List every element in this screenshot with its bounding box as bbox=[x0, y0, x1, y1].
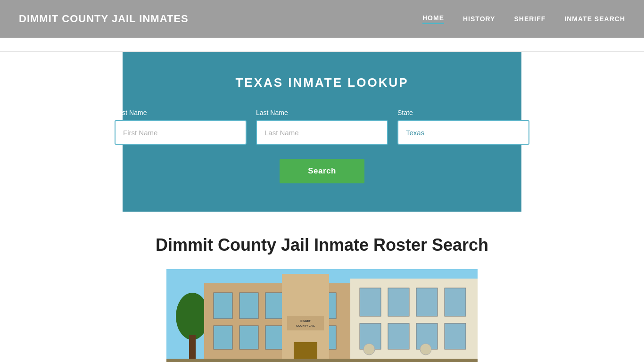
search-btn-row: Search bbox=[132, 159, 512, 183]
search-form-row: First Name Last Name State bbox=[132, 109, 512, 145]
svg-rect-22 bbox=[416, 288, 438, 316]
svg-rect-4 bbox=[214, 293, 232, 319]
svg-rect-30 bbox=[166, 359, 478, 362]
building-svg: DIMMIT COUNTY JAIL bbox=[166, 269, 478, 362]
svg-text:DIMMIT: DIMMIT bbox=[300, 320, 311, 322]
svg-point-29 bbox=[420, 344, 431, 355]
state-input[interactable] bbox=[397, 120, 529, 145]
first-name-label: First Name bbox=[115, 109, 247, 116]
svg-rect-10 bbox=[239, 326, 258, 349]
nav-item-inmate-search[interactable]: INMATE SEARCH bbox=[564, 15, 625, 23]
building-image: DIMMIT COUNTY JAIL bbox=[166, 269, 478, 362]
svg-point-28 bbox=[363, 344, 375, 355]
search-section: TEXAS INMATE LOOKUP First Name Last Name… bbox=[123, 52, 521, 212]
svg-rect-6 bbox=[265, 293, 284, 319]
main-content: Dimmit County Jail Inmate Roster Search bbox=[0, 212, 644, 362]
search-button[interactable]: Search bbox=[280, 159, 364, 183]
svg-rect-2 bbox=[189, 335, 196, 362]
svg-rect-11 bbox=[265, 326, 284, 349]
nav-item-sheriff[interactable]: SHERIFF bbox=[514, 15, 545, 23]
site-header: DIMMIT COUNTY JAIL INMATES HOME HISTORY … bbox=[0, 0, 644, 38]
page-heading: Dimmit County Jail Inmate Roster Search bbox=[85, 235, 559, 255]
site-title: DIMMIT COUNTY JAIL INMATES bbox=[19, 13, 189, 25]
sub-header-bar bbox=[0, 38, 644, 52]
svg-rect-21 bbox=[388, 288, 409, 316]
search-wrapper: TEXAS INMATE LOOKUP First Name Last Name… bbox=[0, 52, 644, 212]
svg-rect-25 bbox=[388, 323, 409, 349]
state-label: State bbox=[397, 109, 529, 116]
nav-item-history[interactable]: HISTORY bbox=[463, 15, 495, 23]
first-name-group: First Name bbox=[115, 109, 247, 145]
svg-rect-20 bbox=[360, 288, 381, 316]
svg-rect-23 bbox=[445, 288, 466, 316]
svg-point-1 bbox=[176, 293, 209, 340]
svg-rect-27 bbox=[445, 323, 466, 349]
last-name-group: Last Name bbox=[256, 109, 388, 145]
search-title: TEXAS INMATE LOOKUP bbox=[132, 75, 512, 90]
state-group: State bbox=[397, 109, 529, 145]
svg-rect-5 bbox=[239, 293, 258, 319]
main-nav: HOME HISTORY SHERIFF INMATE SEARCH bbox=[422, 14, 625, 24]
last-name-input[interactable] bbox=[256, 120, 388, 145]
svg-rect-9 bbox=[214, 326, 232, 349]
svg-rect-16 bbox=[287, 316, 324, 330]
nav-item-home[interactable]: HOME bbox=[422, 14, 444, 24]
svg-text:COUNTY JAIL: COUNTY JAIL bbox=[296, 324, 315, 327]
last-name-label: Last Name bbox=[256, 109, 388, 116]
first-name-input[interactable] bbox=[115, 120, 247, 145]
